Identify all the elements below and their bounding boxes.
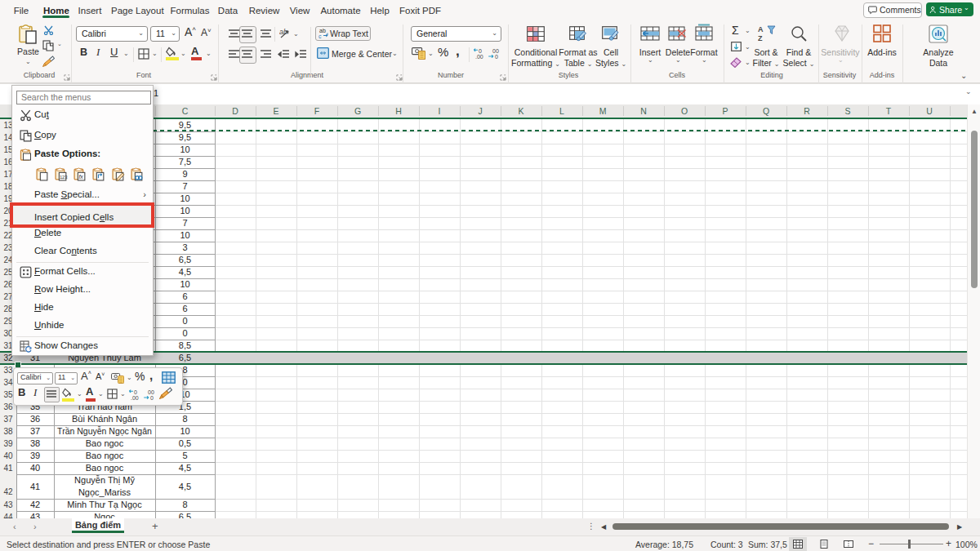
svg-text:0: 0	[150, 395, 154, 401]
svg-text:fx: fx	[78, 174, 83, 180]
svg-text:.00: .00	[131, 395, 139, 401]
svg-text:0: 0	[495, 54, 498, 60]
svg-text:A: A	[758, 25, 764, 33]
svg-text:00: 00	[148, 389, 154, 395]
svg-text:123: 123	[60, 175, 68, 180]
svg-text:00: 00	[492, 48, 499, 54]
svg-text:.00: .00	[475, 54, 483, 60]
svg-text:0: 0	[134, 389, 137, 395]
svg-text:0: 0	[479, 48, 482, 54]
svg-text:c: c	[318, 33, 322, 39]
svg-text:Z: Z	[758, 34, 763, 42]
svg-text:ab: ab	[279, 28, 287, 36]
